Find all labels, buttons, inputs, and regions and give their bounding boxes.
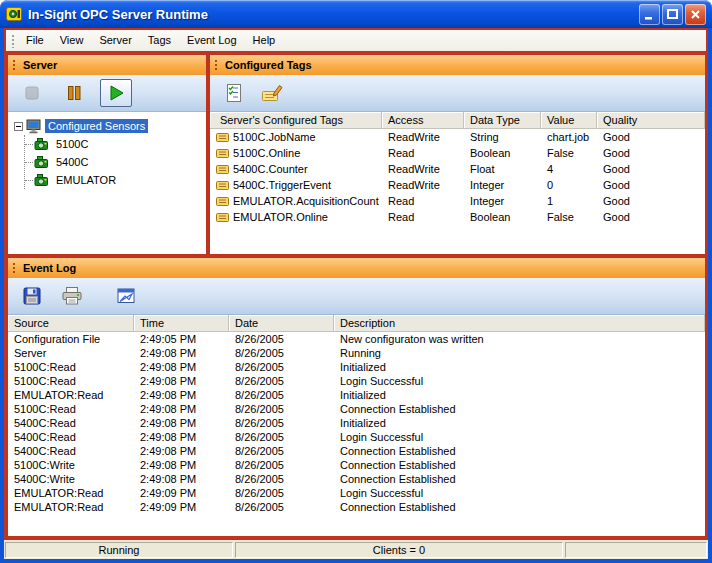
log-source: Server [8, 347, 134, 359]
log-panel-grip[interactable] [11, 261, 16, 275]
log-row[interactable]: 5100C:Write 2:49:08 PM 8/26/2005 Connect… [8, 458, 705, 472]
log-window-button[interactable] [110, 282, 142, 310]
col-date[interactable]: Date [229, 315, 334, 331]
menu-tags[interactable]: Tags [140, 32, 179, 49]
tag-datatype: Float [464, 163, 541, 175]
log-description: Login Successful [334, 431, 705, 443]
log-time: 2:49:09 PM [134, 487, 229, 499]
server-panel-grip[interactable] [11, 58, 16, 72]
log-row[interactable]: Configuration File 2:49:05 PM 8/26/2005 … [8, 332, 705, 346]
log-source: 5400C:Read [8, 417, 134, 429]
menu-event-log[interactable]: Event Log [179, 32, 245, 49]
tags-panel-grip[interactable] [213, 58, 218, 72]
menubar-grip[interactable] [10, 33, 15, 48]
sensor-label: EMULATOR [53, 173, 119, 187]
col-value[interactable]: Value [541, 112, 597, 128]
tree-line [25, 180, 33, 181]
minimize-button[interactable] [639, 4, 660, 25]
log-time: 2:49:08 PM [134, 417, 229, 429]
tag-row[interactable]: 5100C.Online Read Boolean False Good [210, 145, 705, 161]
tags-toolbar [210, 75, 705, 112]
col-data-type[interactable]: Data Type [464, 112, 541, 128]
log-description: New configuraton was written [334, 333, 705, 345]
menu-file[interactable]: File [18, 32, 52, 49]
log-description: Connection Established [334, 459, 705, 471]
tag-row[interactable]: EMULATOR.AcquisitionCount Read Integer 1… [210, 193, 705, 209]
sensor-tree-children: 5100C 5400C EMULATOR [24, 135, 206, 189]
tag-list-icon [224, 83, 244, 103]
start-server-button[interactable] [100, 79, 132, 107]
log-time: 2:49:08 PM [134, 347, 229, 359]
tag-quality: Good [597, 147, 705, 159]
log-description: Running [334, 347, 705, 359]
col-quality[interactable]: Quality [597, 112, 705, 128]
sensor-tree-item[interactable]: 5400C [25, 153, 206, 171]
title-bar[interactable]: In-Sight OPC Server Runtime [0, 0, 712, 28]
log-table-header: Source Time Date Description [8, 315, 705, 332]
log-row[interactable]: 5400C:Read 2:49:08 PM 8/26/2005 Initiali… [8, 416, 705, 430]
col-source[interactable]: Source [8, 315, 134, 331]
tag-name: 5100C.JobName [233, 131, 316, 143]
sensor-tree-item[interactable]: 5100C [25, 135, 206, 153]
log-toolbar [8, 278, 705, 315]
col-access[interactable]: Access [382, 112, 464, 128]
tag-datatype: Integer [464, 179, 541, 191]
tree-root-label[interactable]: Configured Sensors [45, 119, 148, 133]
tag-row[interactable]: 5400C.Counter ReadWrite Float 4 Good [210, 161, 705, 177]
log-row[interactable]: Server 2:49:08 PM 8/26/2005 Running [8, 346, 705, 360]
edit-tags-button[interactable] [256, 79, 288, 107]
maximize-button[interactable] [662, 4, 683, 25]
tag-row[interactable]: 5100C.JobName ReadWrite String chart.job… [210, 129, 705, 145]
col-description[interactable]: Description [334, 315, 705, 331]
server-panel-title: Server [23, 59, 57, 71]
menu-server[interactable]: Server [91, 32, 139, 49]
tag-value: 1 [541, 195, 597, 207]
sensor-label: 5400C [53, 155, 91, 169]
print-icon [61, 286, 83, 306]
log-time: 2:49:05 PM [134, 333, 229, 345]
log-row[interactable]: 5100C:Read 2:49:08 PM 8/26/2005 Connecti… [8, 402, 705, 416]
log-source: 5100C:Read [8, 403, 134, 415]
log-window-icon [116, 287, 136, 305]
server-toolbar [8, 75, 206, 112]
col-time[interactable]: Time [134, 315, 229, 331]
col-tag-name[interactable]: Server's Configured Tags [210, 112, 382, 128]
menu-view[interactable]: View [52, 32, 92, 49]
log-row[interactable]: 5400C:Read 2:49:08 PM 8/26/2005 Connecti… [8, 444, 705, 458]
tag-icon [216, 212, 229, 223]
log-source: EMULATOR:Read [8, 389, 134, 401]
stop-server-button[interactable] [16, 79, 48, 107]
collapse-toggle-icon[interactable] [14, 122, 23, 131]
tag-access: ReadWrite [382, 131, 464, 143]
tag-row[interactable]: 5400C.TriggerEvent ReadWrite Integer 0 G… [210, 177, 705, 193]
sensor-tree-item[interactable]: EMULATOR [25, 171, 206, 189]
log-row[interactable]: 5100C:Read 2:49:08 PM 8/26/2005 Initiali… [8, 360, 705, 374]
log-row[interactable]: 5400C:Read 2:49:08 PM 8/26/2005 Login Su… [8, 430, 705, 444]
tag-row[interactable]: EMULATOR.Online Read Boolean False Good [210, 209, 705, 225]
pause-server-button[interactable] [58, 79, 90, 107]
log-description: Connection Established [334, 501, 705, 513]
sensor-icon [34, 137, 49, 151]
log-row[interactable]: EMULATOR:Read 2:49:09 PM 8/26/2005 Login… [8, 486, 705, 500]
log-source: Configuration File [8, 333, 134, 345]
client-area: File View Server Tags Event Log Help Ser… [4, 28, 708, 540]
log-row[interactable]: 5400C:Write 2:49:08 PM 8/26/2005 Connect… [8, 472, 705, 486]
log-row[interactable]: EMULATOR:Read 2:49:09 PM 8/26/2005 Conne… [8, 500, 705, 514]
menu-help[interactable]: Help [245, 32, 284, 49]
print-log-button[interactable] [56, 282, 88, 310]
log-date: 8/26/2005 [229, 445, 334, 457]
log-table: Source Time Date Description Configurati… [8, 315, 705, 536]
sensor-tree-root[interactable]: Configured Sensors [14, 117, 206, 135]
tag-access: Read [382, 147, 464, 159]
log-source: 5100C:Read [8, 375, 134, 387]
log-panel-header: Event Log [8, 258, 705, 278]
tag-value: False [541, 211, 597, 223]
log-description: Login Successful [334, 487, 705, 499]
close-button[interactable] [685, 4, 706, 25]
log-row[interactable]: EMULATOR:Read 2:49:08 PM 8/26/2005 Initi… [8, 388, 705, 402]
tag-value: chart.job [541, 131, 597, 143]
view-tags-button[interactable] [218, 79, 250, 107]
save-log-button[interactable] [16, 282, 48, 310]
sensor-label: 5100C [53, 137, 91, 151]
log-row[interactable]: 5100C:Read 2:49:08 PM 8/26/2005 Login Su… [8, 374, 705, 388]
